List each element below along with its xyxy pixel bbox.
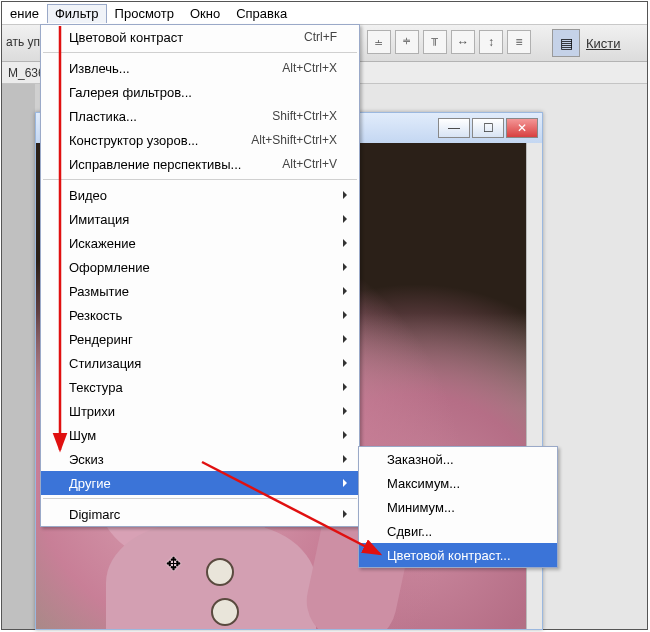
- mi-noise[interactable]: Шум: [41, 423, 359, 447]
- mi-sketch[interactable]: Эскиз: [41, 447, 359, 471]
- menu-help[interactable]: Справка: [228, 4, 295, 23]
- distribute-h-icon[interactable]: ↔: [451, 30, 475, 54]
- minimize-button[interactable]: —: [438, 118, 470, 138]
- mi-last-filter[interactable]: Цветовой контраст Ctrl+F: [41, 25, 359, 49]
- mi-sharpen[interactable]: Резкость: [41, 303, 359, 327]
- menubar: ение Фильтр Просмотр Окно Справка: [2, 2, 647, 24]
- mi-filter-gallery[interactable]: Галерея фильтров...: [41, 80, 359, 104]
- mi-pattern-maker[interactable]: Конструктор узоров... Alt+Shift+Ctrl+X: [41, 128, 359, 152]
- brushes-palette-toggle[interactable]: ▤ Кисти: [552, 29, 621, 57]
- other-submenu: Заказной... Максимум... Минимум... Сдвиг…: [358, 446, 558, 568]
- mi-maximum[interactable]: Максимум...: [359, 471, 557, 495]
- filter-menu: Цветовой контраст Ctrl+F Извлечь... Alt+…: [40, 24, 360, 527]
- mi-digimarc[interactable]: Digimarc: [41, 502, 359, 526]
- mi-minimum[interactable]: Минимум...: [359, 495, 557, 519]
- align-bottom-icon[interactable]: ⫪: [423, 30, 447, 54]
- menu-window[interactable]: Окно: [182, 4, 228, 23]
- mi-pixelate[interactable]: Оформление: [41, 255, 359, 279]
- mi-custom[interactable]: Заказной...: [359, 447, 557, 471]
- distribute-space-icon[interactable]: ≡: [507, 30, 531, 54]
- options-fragment: ать уп: [6, 35, 40, 49]
- mi-texture[interactable]: Текстура: [41, 375, 359, 399]
- mi-extract[interactable]: Извлечь... Alt+Ctrl+X: [41, 56, 359, 80]
- mi-brush-strokes[interactable]: Штрихи: [41, 399, 359, 423]
- palette-icon: ▤: [552, 29, 580, 57]
- mi-artistic[interactable]: Имитация: [41, 207, 359, 231]
- mi-stylize[interactable]: Стилизация: [41, 351, 359, 375]
- mi-vanishing-point[interactable]: Исправление перспективы... Alt+Ctrl+V: [41, 152, 359, 176]
- brushes-label: Кисти: [586, 36, 621, 51]
- mi-video[interactable]: Видео: [41, 183, 359, 207]
- mi-high-pass[interactable]: Цветовой контраст...: [359, 543, 557, 567]
- mi-blur[interactable]: Размытие: [41, 279, 359, 303]
- maximize-button[interactable]: ☐: [472, 118, 504, 138]
- align-middle-icon[interactable]: ⫩: [395, 30, 419, 54]
- align-tools-group: ⫨ ⫩ ⫪ ↔ ↕ ≡: [367, 30, 531, 54]
- distribute-v-icon[interactable]: ↕: [479, 30, 503, 54]
- align-top-icon[interactable]: ⫨: [367, 30, 391, 54]
- menu-image-truncated[interactable]: ение: [2, 4, 47, 23]
- mi-render[interactable]: Рендеринг: [41, 327, 359, 351]
- mi-liquify[interactable]: Пластика... Shift+Ctrl+X: [41, 104, 359, 128]
- mi-distort[interactable]: Искажение: [41, 231, 359, 255]
- menu-view[interactable]: Просмотр: [107, 4, 182, 23]
- mi-offset[interactable]: Сдвиг...: [359, 519, 557, 543]
- menu-filter[interactable]: Фильтр: [47, 4, 107, 23]
- mi-other[interactable]: Другие: [41, 471, 359, 495]
- close-button[interactable]: ✕: [506, 118, 538, 138]
